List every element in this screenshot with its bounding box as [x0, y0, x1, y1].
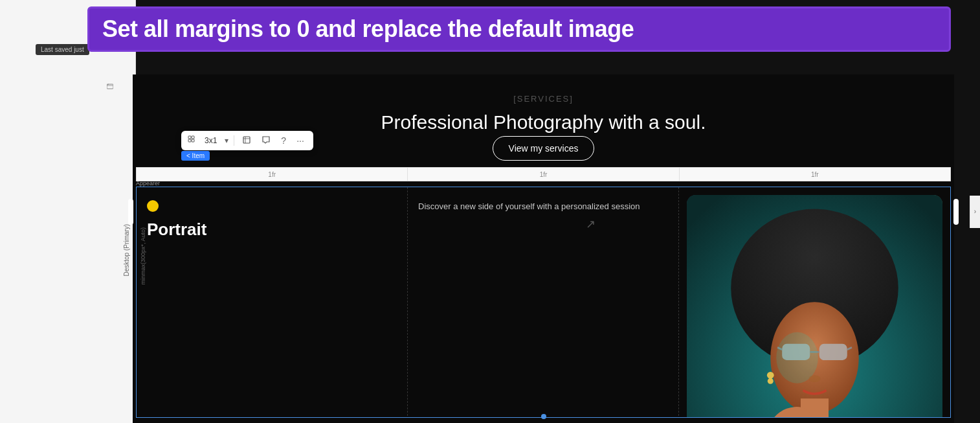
services-headline: Professional Photography with a soul.: [133, 111, 954, 133]
website-preview: [SERVICES] Professional Photography with…: [133, 74, 954, 423]
grid-col-1-label: 1fr: [136, 167, 407, 181]
pagination-dot[interactable]: [541, 414, 546, 419]
grid-col-2: Discover a new side of yourself with a p…: [408, 187, 679, 418]
grid-col-1: Portrait: [137, 187, 408, 418]
help-button[interactable]: ?: [278, 135, 289, 146]
grid-col-3-label: 1fr: [679, 167, 951, 181]
svg-rect-5: [243, 137, 250, 143]
portrait-title: Portrait: [147, 220, 397, 240]
svg-rect-1: [188, 136, 191, 139]
services-tag: [SERVICES]: [133, 94, 954, 104]
frame-button[interactable]: [239, 134, 254, 147]
desktop-label-text: Desktop (Primary): [123, 224, 130, 277]
appearer-label: Appearer: [136, 180, 160, 187]
toolbar-divider: [234, 135, 234, 146]
desktop-label-container: Desktop (Primary): [120, 78, 133, 423]
left-sidebar: Desktop (Primary): [0, 0, 136, 423]
chevron-right-icon: ›: [974, 208, 976, 215]
resize-handle-right[interactable]: [953, 199, 959, 225]
grid-col-3: [679, 187, 950, 418]
instruction-banner: Set all margins to 0 and replace the def…: [87, 6, 951, 52]
grid-size-label[interactable]: 3x1: [202, 135, 219, 146]
more-options-button[interactable]: ···: [294, 135, 307, 146]
instruction-text: Set all margins to 0 and replace the def…: [102, 16, 936, 42]
grid-icon: [188, 135, 197, 146]
svg-rect-3: [188, 139, 191, 142]
discover-text: Discover a new side of yourself with a p…: [418, 200, 668, 213]
item-badge[interactable]: < Item: [181, 151, 210, 161]
chat-button[interactable]: [259, 134, 273, 147]
svg-rect-12: [819, 344, 847, 360]
svg-point-19: [768, 378, 774, 384]
toolbar-panel[interactable]: 3x1 ▾ ? ···: [181, 131, 313, 150]
dropdown-arrow-icon[interactable]: ▾: [225, 136, 228, 145]
svg-rect-2: [192, 136, 194, 139]
desktop-folder-icon: [107, 83, 113, 91]
resize-handle-left[interactable]: [128, 199, 133, 225]
size-label-text: minmax(300px*, Auto): [140, 227, 146, 285]
last-saved-badge: Last saved just: [36, 44, 89, 55]
grid-layout-row: 1fr 1fr 1fr: [136, 167, 951, 181]
size-label-container: minmax(300px*, Auto): [137, 176, 150, 336]
grid-content[interactable]: Portrait Discover a new side of yourself…: [136, 187, 951, 418]
view-services-button[interactable]: View my services: [493, 136, 595, 161]
svg-point-18: [767, 372, 774, 379]
svg-rect-4: [192, 139, 194, 142]
portrait-image: [687, 195, 942, 418]
canvas-area[interactable]: [SERVICES] Professional Photography with…: [133, 74, 954, 423]
grid-col-2-label: 1fr: [407, 167, 678, 181]
right-collapse-button[interactable]: ›: [970, 196, 980, 228]
svg-point-17: [809, 375, 821, 382]
